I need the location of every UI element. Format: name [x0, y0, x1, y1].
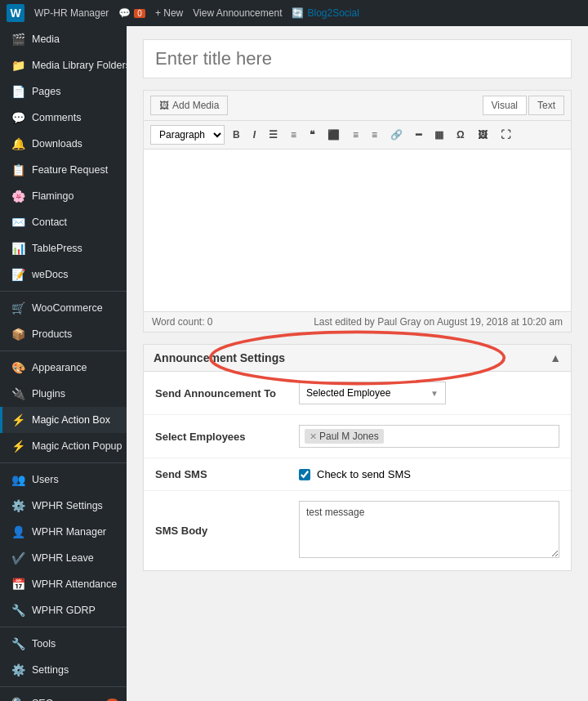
- ordered-list-button[interactable]: ≡: [286, 127, 301, 143]
- wp-logo-icon: W: [7, 4, 24, 22]
- horizontal-rule-button[interactable]: ━: [411, 127, 426, 143]
- sidebar-item-magic-action-popup[interactable]: ⚡ Magic Action Popup: [0, 433, 127, 459]
- align-right-button[interactable]: ≡: [367, 127, 382, 143]
- editor-view-toggle: Visual Text: [483, 96, 564, 115]
- seo-icon: 🔍: [11, 697, 25, 701]
- add-media-icon: 🖼: [159, 100, 169, 111]
- align-center-button[interactable]: ≡: [348, 127, 363, 143]
- tablepress-icon: 📊: [11, 242, 25, 255]
- sms-body-row: SMS Body test message: [144, 491, 571, 570]
- media-library-folders-icon: 📁: [11, 59, 25, 72]
- send-to-select[interactable]: All Employees Selected Employee Selected…: [300, 382, 424, 404]
- editor-body[interactable]: [143, 149, 572, 312]
- contact-icon: ✉️: [11, 216, 25, 229]
- blog2social-label: Blog2Social: [307, 7, 359, 19]
- post-title-input[interactable]: [143, 39, 572, 78]
- sms-body-textarea[interactable]: test message: [299, 501, 559, 558]
- sidebar-item-flamingo[interactable]: 🌸 Flamingo: [0, 183, 127, 209]
- announcement-settings-body: Send Announcement To All Employees Selec…: [144, 372, 571, 570]
- sidebar-item-label: Tools: [32, 638, 56, 650]
- unordered-list-button[interactable]: ☰: [264, 127, 283, 143]
- select-employees-label: Select Employees: [155, 431, 286, 443]
- select-employees-control: ✕ Paul M Jones: [299, 425, 559, 448]
- sidebar-item-label: WPHR Settings: [32, 500, 103, 511]
- menu-divider: [0, 686, 127, 687]
- sidebar-item-seo[interactable]: 🔍 SEO 4: [0, 690, 127, 701]
- sidebar-item-magic-action-box[interactable]: ⚡ Magic Action Box: [0, 407, 127, 433]
- sidebar-item-media[interactable]: 🎬 Media: [0, 26, 127, 52]
- wphr-leave-icon: ✔️: [11, 551, 25, 565]
- sidebar-item-wphr-settings[interactable]: ⚙️ WPHR Settings: [0, 493, 127, 519]
- send-sms-row: Send SMS Check to send SMS: [144, 458, 571, 491]
- menu-divider: [0, 291, 127, 292]
- view-announcement-link[interactable]: View Announcement: [193, 7, 282, 19]
- send-sms-checkbox-label: Check to send SMS: [317, 468, 411, 480]
- editor-footer: Word count: 0 Last edited by Paul Gray o…: [143, 312, 572, 333]
- sidebar-item-pages[interactable]: 📄 Pages: [0, 78, 127, 105]
- sidebar-item-label: Products: [32, 328, 72, 340]
- sidebar-item-products[interactable]: 📦 Products: [0, 321, 127, 347]
- sidebar-item-wphr-manager[interactable]: 👤 WPHR Manager: [0, 519, 127, 545]
- send-to-control: All Employees Selected Employee Selected…: [299, 382, 559, 404]
- bold-button[interactable]: B: [228, 127, 245, 143]
- sidebar-item-label: Users: [32, 474, 59, 485]
- sidebar-item-contact[interactable]: ✉️ Contact: [0, 209, 127, 235]
- image-button[interactable]: 🖼: [473, 127, 492, 143]
- refresh-icon: 🔄: [292, 7, 304, 19]
- send-sms-checkbox[interactable]: [299, 469, 310, 480]
- remove-employee-button[interactable]: ✕: [310, 431, 317, 442]
- sidebar-item-media-library-folders[interactable]: 📁 Media Library Folders: [0, 52, 127, 78]
- sidebar-item-wphr-attendance[interactable]: 📅 WPHR Attendance: [0, 571, 127, 597]
- format-selector[interactable]: Paragraph: [150, 125, 225, 145]
- blockquote-button[interactable]: ❝: [305, 127, 319, 143]
- sidebar-item-comments[interactable]: 💬 Comments: [0, 105, 127, 131]
- site-name-menu[interactable]: WP-HR Manager: [34, 7, 109, 19]
- comments-menu[interactable]: 💬 0: [118, 7, 145, 19]
- sidebar-item-label: WPHR Leave: [32, 552, 94, 564]
- sidebar-item-wphr-leave[interactable]: ✔️ WPHR Leave: [0, 545, 127, 571]
- wp-logo-menu[interactable]: W: [7, 4, 24, 22]
- menu-divider: [0, 350, 127, 351]
- italic-button[interactable]: I: [248, 127, 261, 143]
- sidebar-item-wphr-gdrp[interactable]: 🔧 WPHR GDRP: [0, 597, 127, 623]
- sidebar-item-tools[interactable]: 🔧 Tools: [0, 631, 127, 657]
- collapse-button[interactable]: ▲: [550, 351, 561, 364]
- sidebar-item-downloads[interactable]: 🔔 Downloads: [0, 131, 127, 157]
- wphr-attendance-icon: 📅: [11, 578, 25, 591]
- select-arrow-icon: ▼: [424, 389, 445, 398]
- blog2social-menu[interactable]: 🔄 Blog2Social: [292, 7, 359, 19]
- table-button[interactable]: ▦: [430, 127, 448, 143]
- visual-view-button[interactable]: Visual: [483, 96, 527, 115]
- special-char-button[interactable]: Ω: [452, 127, 470, 143]
- sidebar-item-feature-request[interactable]: 📋 Feature Request: [0, 157, 127, 183]
- add-media-button[interactable]: 🖼 Add Media: [150, 96, 228, 115]
- tools-icon: 🔧: [11, 637, 25, 650]
- send-to-label: Send Announcement To: [155, 387, 286, 400]
- sidebar-item-appearance[interactable]: 🎨 Appearance: [0, 355, 127, 381]
- align-left-button[interactable]: ⬛: [323, 127, 345, 143]
- main-content: 🖼 Add Media Visual Text Paragraph B I ☰ …: [127, 26, 588, 701]
- text-view-button[interactable]: Text: [528, 96, 564, 115]
- pages-icon: 📄: [11, 85, 25, 98]
- downloads-icon: 🔔: [11, 137, 25, 150]
- sidebar-item-woocommerce[interactable]: 🛒 WooCommerce: [0, 295, 127, 321]
- plugins-icon: 🔌: [11, 387, 25, 400]
- wphr-gdrp-icon: 🔧: [11, 604, 25, 617]
- admin-bar: W WP-HR Manager 💬 0 + New View Announcem…: [0, 0, 588, 26]
- sidebar-item-label: weDocs: [32, 269, 68, 280]
- fullscreen-button[interactable]: ⛶: [496, 127, 515, 143]
- admin-sidebar: 🎬 Media 📁 Media Library Folders 📄 Pages …: [0, 26, 127, 701]
- sidebar-item-plugins[interactable]: 🔌 Plugins: [0, 381, 127, 407]
- employee-tag-input[interactable]: ✕ Paul M Jones: [299, 425, 559, 448]
- sidebar-item-tablepress[interactable]: 📊 TablePress: [0, 235, 127, 261]
- send-to-select-wrapper: All Employees Selected Employee Selected…: [299, 382, 446, 404]
- appearance-icon: 🎨: [11, 361, 25, 374]
- link-button[interactable]: 🔗: [385, 127, 408, 143]
- add-media-label: Add Media: [172, 100, 219, 111]
- sidebar-item-wedocs[interactable]: 📝 weDocs: [0, 261, 127, 288]
- sidebar-item-label: WPHR GDRP: [32, 605, 96, 616]
- site-name-label: WP-HR Manager: [34, 7, 109, 19]
- sidebar-item-settings[interactable]: ⚙️ Settings: [0, 657, 127, 683]
- new-content-menu[interactable]: + New: [155, 7, 183, 19]
- sidebar-item-users[interactable]: 👥 Users: [0, 467, 127, 493]
